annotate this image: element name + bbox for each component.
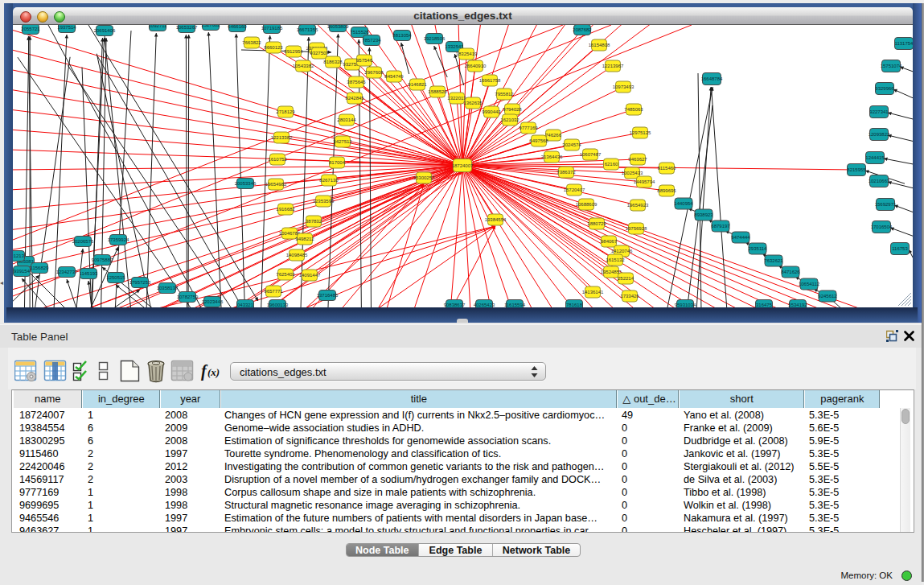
svg-text:15751074: 15751074 — [881, 64, 902, 68]
svg-text:1092711: 1092711 — [149, 25, 168, 28]
svg-text:1145193: 1145193 — [80, 271, 99, 276]
svg-text:26640910: 26640910 — [465, 64, 487, 68]
svg-text:939154: 939154 — [14, 269, 31, 274]
svg-text:90838637: 90838637 — [444, 303, 466, 307]
svg-text:387832: 387832 — [306, 219, 322, 224]
svg-text:15720407: 15720407 — [564, 187, 585, 192]
svg-text:12213382: 12213382 — [271, 135, 293, 140]
svg-text:10607487: 10607487 — [580, 152, 602, 157]
svg-text:316475: 316475 — [756, 303, 773, 307]
svg-text:8899695: 8899695 — [657, 188, 676, 193]
svg-text:(x): (x) — [207, 366, 220, 378]
svg-text:19654982: 19654982 — [265, 182, 287, 187]
svg-text:1937514: 1937514 — [57, 25, 76, 30]
svg-text:116753: 116753 — [892, 246, 908, 251]
svg-text:16053809: 16053809 — [327, 25, 349, 29]
svg-text:2935114: 2935114 — [749, 246, 768, 251]
svg-text:95931034: 95931034 — [675, 303, 696, 307]
svg-text:20691406: 20691406 — [94, 28, 116, 33]
svg-text:781618: 781618 — [566, 303, 583, 307]
svg-text:14120746: 14120746 — [611, 249, 633, 253]
svg-text:19384554: 19384554 — [485, 217, 507, 222]
svg-text:16154808: 16154808 — [589, 43, 610, 47]
svg-text:9227341: 9227341 — [869, 109, 889, 114]
svg-text:18325419: 18325419 — [456, 51, 478, 56]
svg-text:2803144: 2803144 — [337, 117, 356, 122]
svg-text:19218506: 19218506 — [424, 36, 446, 41]
svg-text:043321: 043321 — [237, 303, 254, 307]
svg-text:7955812: 7955812 — [495, 92, 514, 97]
svg-text:8454749: 8454749 — [384, 74, 404, 79]
svg-text:2967608: 2967608 — [364, 70, 384, 75]
svg-text:1362635: 1362635 — [463, 101, 483, 105]
svg-text:9329966: 9329966 — [875, 86, 894, 91]
svg-text:10719185: 10719185 — [261, 26, 283, 31]
svg-text:10025433: 10025433 — [622, 171, 643, 175]
svg-text:1250515: 1250515 — [106, 275, 125, 280]
svg-text:15692971: 15692971 — [875, 202, 897, 207]
svg-text:1244415: 1244415 — [865, 155, 885, 160]
svg-text:1880729: 1880729 — [587, 221, 606, 226]
svg-text:16961758: 16961758 — [479, 78, 501, 83]
svg-text:7485063: 7485063 — [624, 107, 643, 112]
svg-text:19654923: 19654923 — [627, 203, 649, 208]
svg-text:8215955: 8215955 — [847, 167, 866, 172]
svg-text:10543382: 10543382 — [293, 64, 314, 68]
svg-text:7663822: 7663822 — [242, 40, 261, 45]
svg-text:9245612: 9245612 — [818, 294, 837, 299]
svg-text:17359924: 17359924 — [108, 237, 129, 242]
svg-text:8660123: 8660123 — [264, 45, 283, 50]
svg-text:2055721: 2055721 — [21, 27, 40, 31]
svg-text:6466160: 6466160 — [228, 25, 247, 29]
svg-text:19600133: 19600133 — [267, 303, 289, 307]
svg-text:12975125: 12975125 — [630, 130, 651, 135]
svg-text:40265423: 40265423 — [474, 303, 495, 307]
svg-text:11615594: 11615594 — [504, 303, 526, 307]
svg-text:12353599: 12353599 — [313, 199, 335, 204]
svg-text:9777169: 9777169 — [519, 126, 538, 130]
svg-text:7386372: 7386372 — [556, 170, 576, 175]
svg-text:10653267: 10653267 — [176, 25, 198, 30]
svg-text:8938923: 8938923 — [694, 212, 713, 217]
svg-text:3024574: 3024574 — [562, 142, 581, 147]
svg-text:1527602: 1527602 — [201, 25, 220, 27]
svg-text:9463627: 9463627 — [628, 157, 647, 162]
svg-text:17957253: 17957253 — [129, 280, 151, 285]
svg-text:10210663: 10210663 — [869, 179, 890, 183]
svg-text:12023446: 12023446 — [202, 299, 224, 304]
svg-text:14136141: 14136141 — [582, 290, 604, 295]
svg-text:3912954: 3912954 — [284, 49, 303, 54]
svg-text:1588520: 1588520 — [428, 89, 447, 94]
svg-text:8267130: 8267130 — [319, 178, 339, 183]
svg-text:1131754: 1131754 — [895, 41, 913, 46]
svg-text:7515526: 7515526 — [350, 30, 369, 35]
svg-text:1610752: 1610752 — [268, 157, 287, 162]
svg-text:1156829: 1156829 — [31, 266, 50, 270]
svg-text:2087682: 2087682 — [573, 27, 592, 32]
svg-text:5534192: 5534192 — [788, 303, 807, 307]
svg-text:1615132: 1615132 — [606, 257, 625, 262]
svg-text:17016504: 17016504 — [871, 225, 893, 229]
svg-text:9794028: 9794028 — [503, 107, 522, 112]
svg-text:18724007: 18724007 — [452, 163, 474, 168]
svg-text:12342737: 12342737 — [56, 270, 78, 274]
svg-text:8471626: 8471626 — [781, 270, 800, 274]
svg-text:2718129: 2718129 — [276, 109, 295, 114]
svg-text:252214: 252214 — [618, 276, 634, 281]
svg-text:10973493: 10973493 — [613, 84, 634, 89]
svg-text:3427512: 3427512 — [333, 139, 352, 144]
svg-text:957546: 957546 — [356, 58, 373, 63]
svg-text:6879197: 6879197 — [711, 224, 730, 229]
svg-text:19756928: 19756928 — [626, 226, 647, 231]
svg-text:1440954: 1440954 — [674, 201, 693, 206]
svg-text:9657771: 9657771 — [264, 289, 283, 294]
svg-text:984067: 984067 — [601, 239, 618, 244]
svg-text:831213: 831213 — [13, 253, 25, 258]
svg-text:9474444: 9474444 — [731, 235, 750, 240]
svg-text:9146821: 9146821 — [408, 82, 427, 87]
svg-text:15300257: 15300257 — [413, 175, 435, 180]
svg-text:746266: 746266 — [545, 133, 562, 138]
svg-text:9327507: 9327507 — [310, 51, 329, 56]
svg-text:8186328: 8186328 — [323, 60, 343, 64]
svg-text:10654112: 10654112 — [799, 282, 820, 286]
